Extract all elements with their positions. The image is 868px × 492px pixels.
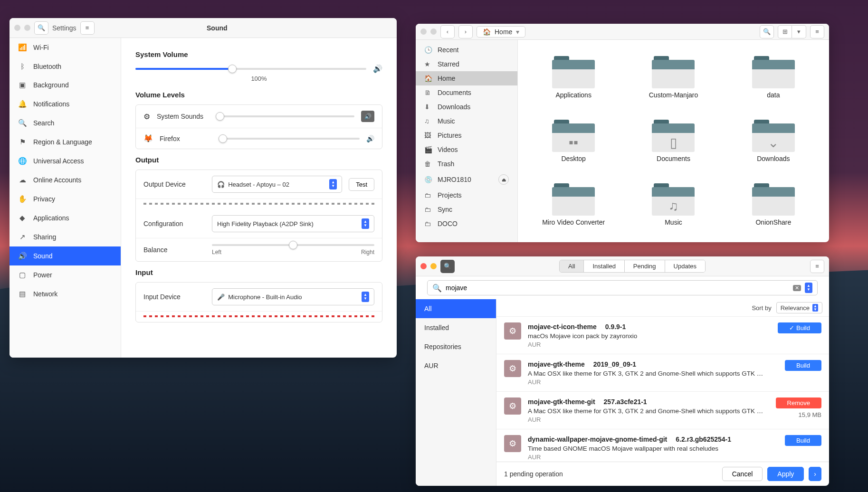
hamburger-icon[interactable]: ≡ [810, 25, 824, 38]
places-item-pictures[interactable]: 🖼Pictures [416, 128, 517, 142]
window-min-light[interactable] [430, 263, 437, 269]
folder-desktop[interactable]: ▪▪Desktop [525, 110, 622, 172]
filter-all[interactable]: All [416, 299, 496, 318]
forward-button[interactable]: › [458, 25, 473, 38]
folder-custom-manjaro[interactable]: Custom-Manjaro [624, 47, 722, 108]
places-item-recent[interactable]: 🕒Recent [416, 43, 517, 57]
places-item-music[interactable]: ♫Music [416, 114, 517, 128]
clear-icon[interactable]: ✕ [793, 285, 801, 291]
view-grid-button[interactable]: ⊞ [778, 25, 792, 38]
places-item-starred[interactable]: ★Starred [416, 57, 517, 71]
places-item-doco[interactable]: 🗀DOCO [416, 217, 517, 231]
package-action-button[interactable]: Build [785, 435, 821, 446]
package-row[interactable]: ⚙ dynamic-wallpaper-mojave-gnome-timed-g… [496, 429, 829, 462]
eject-icon[interactable]: ⏏ [498, 174, 509, 185]
sidebar-item-privacy[interactable]: ✋Privacy [10, 189, 121, 208]
window-close-light[interactable] [14, 25, 20, 31]
hamburger-icon[interactable]: ≡ [80, 21, 95, 35]
package-row[interactable]: ⚙ mojave-gtk-theme-git257.a3cfe21-1 A Ma… [496, 392, 829, 429]
window-min-light[interactable] [430, 28, 437, 35]
sidebar-item-sound[interactable]: 🔊Sound [10, 246, 121, 265]
folder-icon: ▯ [652, 120, 695, 152]
package-row[interactable]: ⚙ mojave-gtk-theme2019_09_09-1 A Mac OSX… [496, 354, 829, 392]
folder-onionshare[interactable]: OnionShare [725, 174, 822, 236]
sidebar-item-background[interactable]: ▣Background [10, 76, 121, 95]
package-row[interactable]: ⚙ mojave-ct-icon-theme0.9.9-1 macOs Moja… [496, 317, 829, 354]
sidebar-item-universal-access[interactable]: 🌐Universal Access [10, 151, 121, 170]
input-device-select[interactable]: 🎤 Microphone - Built-in Audio ▲▼ [212, 288, 374, 305]
folder-music[interactable]: ♫Music [624, 174, 722, 236]
sidebar-item-online-accounts[interactable]: ☁Online Accounts [10, 170, 121, 189]
places-item-mjro1810[interactable]: 💿MJRO1810⏏ [416, 171, 517, 188]
app-volume-slider[interactable] [219, 138, 360, 140]
sort-bar: Sort by Relevance ▲▼ [496, 299, 829, 317]
places-item-downloads[interactable]: ⬇Downloads [416, 100, 517, 114]
sidebar-item-power[interactable]: ▢Power [10, 265, 121, 284]
cancel-button[interactable]: Cancel [722, 467, 763, 481]
speaker-icon[interactable]: 🔊 [361, 111, 374, 122]
tab-updates[interactable]: Updates [665, 260, 705, 272]
places-item-projects[interactable]: 🗀Projects [416, 188, 517, 202]
breadcrumb[interactable]: 🏠 Home ▾ [477, 26, 525, 38]
speaker-icon[interactable]: 🔊 [366, 135, 374, 142]
sidebar-item-wi-fi[interactable]: 📶Wi-Fi [10, 38, 121, 57]
sidebar-item-search[interactable]: 🔍Search [10, 114, 121, 132]
sort-select[interactable]: Relevance ▲▼ [776, 302, 822, 313]
configuration-select[interactable]: High Fidelity Playback (A2DP Sink) ▲▼ [212, 215, 374, 232]
places-item-trash[interactable]: 🗑Trash [416, 157, 517, 171]
files-titlebar: ‹ › 🏠 Home ▾ 🔍 ⊞ ▾ ≡ [416, 24, 829, 40]
sidebar-item-notifications[interactable]: 🔔Notifications [10, 95, 121, 114]
search-input[interactable] [446, 284, 789, 292]
folder-miro-video-converter[interactable]: Miro Video Converter [525, 174, 622, 236]
system-volume-slider[interactable] [135, 68, 366, 70]
window-close-light[interactable] [420, 263, 427, 269]
filter-installed[interactable]: Installed [416, 318, 496, 337]
search-icon[interactable]: 🔍 [760, 25, 774, 38]
folder-downloads[interactable]: ⌄Downloads [725, 110, 822, 172]
filter-repositories[interactable]: Repositories [416, 337, 496, 356]
details-button[interactable]: › [809, 467, 821, 481]
balance-slider[interactable] [212, 244, 374, 246]
hamburger-icon[interactable]: ≡ [810, 260, 824, 273]
tab-pending[interactable]: Pending [625, 260, 665, 272]
sidebar-item-network[interactable]: ▤Network [10, 284, 121, 303]
view-dropdown-button[interactable]: ▾ [792, 25, 806, 38]
package-version: 0.9.9-1 [605, 323, 626, 331]
places-item-home[interactable]: 🏠Home [416, 71, 517, 85]
test-button[interactable]: Test [349, 178, 374, 191]
sidebar-item-region-language[interactable]: ⚑Region & Language [10, 132, 121, 151]
app-volume-slider[interactable] [216, 115, 354, 117]
window-close-light[interactable] [420, 28, 427, 35]
package-source: AUR [528, 416, 769, 423]
folder-applications[interactable]: Applications [525, 47, 622, 108]
sidebar-item-sharing[interactable]: ↗Sharing [10, 227, 121, 246]
spinner-icon[interactable]: ▲▼ [805, 283, 812, 293]
filter-aur[interactable]: AUR [416, 356, 496, 375]
back-button[interactable]: ‹ [440, 25, 455, 38]
spinner-icon[interactable]: ▲▼ [329, 179, 337, 189]
package-action-button[interactable]: Build [785, 360, 821, 371]
folder-documents[interactable]: ▯Documents [624, 110, 722, 172]
package-version: 2019_09_09-1 [593, 360, 636, 368]
spinner-icon: ▲▼ [812, 304, 818, 312]
places-item-documents[interactable]: 🗎Documents [416, 85, 517, 100]
package-action-button[interactable]: Remove [776, 397, 821, 408]
sidebar-item-applications[interactable]: ◆Applications [10, 208, 121, 227]
pkg-result-list: ⚙ mojave-ct-icon-theme0.9.9-1 macOs Moja… [496, 317, 829, 462]
window-min-light[interactable] [24, 25, 30, 31]
places-item-videos[interactable]: 🎬Videos [416, 142, 517, 157]
spinner-icon[interactable]: ▲▼ [362, 292, 369, 302]
package-description: macOs Mojave icon pack by zayronxio [528, 332, 771, 340]
spinner-icon[interactable]: ▲▼ [362, 218, 369, 229]
package-source: AUR [528, 378, 778, 386]
search-icon[interactable]: 🔍 [440, 260, 455, 273]
sidebar-item-bluetooth[interactable]: ᛒBluetooth [10, 57, 121, 76]
tab-all[interactable]: All [560, 260, 584, 272]
tab-installed[interactable]: Installed [584, 260, 624, 272]
package-action-button[interactable]: ✓ Build [778, 322, 821, 333]
apply-button[interactable]: Apply [767, 467, 804, 481]
folder-data[interactable]: data [725, 47, 822, 108]
search-icon[interactable]: 🔍 [34, 21, 48, 35]
places-item-sync[interactable]: 🗀Sync [416, 202, 517, 217]
output-device-select[interactable]: 🎧 Headset - Aptoyu – 02 ▲▼ [212, 176, 342, 193]
